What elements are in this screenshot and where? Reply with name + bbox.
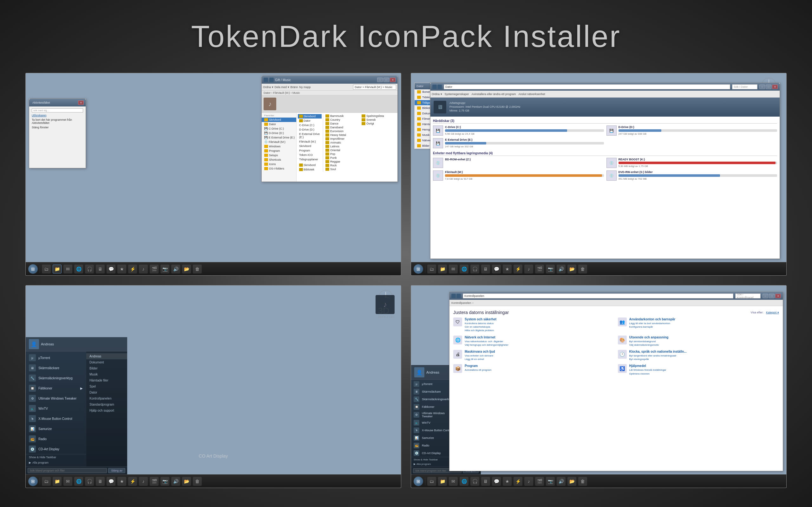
tb3-icon-9[interactable]: ⚡ bbox=[128, 477, 137, 486]
sys-address-2[interactable]: Dator bbox=[444, 84, 730, 89]
tb-icon-explorer[interactable]: 📁 bbox=[53, 265, 61, 274]
cat-hardware-name[interactable]: Maskinvara och ljud bbox=[465, 350, 615, 353]
tb3-icon-4[interactable]: 🌐 bbox=[74, 477, 83, 486]
tb2-icon-12[interactable]: 📷 bbox=[546, 265, 555, 274]
file-country[interactable]: Country bbox=[324, 118, 360, 122]
file-oriental[interactable]: Oriental bbox=[324, 148, 360, 152]
start-item-utorrent-3[interactable]: µ µTorrent bbox=[26, 353, 86, 363]
sidebar-os-folders[interactable]: OS-i-folders bbox=[262, 166, 296, 171]
cp-min-4[interactable]: ─ bbox=[763, 294, 768, 298]
start-item-screensaver-3[interactable]: 🖥 Skärmsläckare bbox=[26, 363, 86, 373]
address-bar-1[interactable]: Dator > FileVault (M:) > Music bbox=[353, 84, 396, 90]
cat-network-name[interactable]: Nätverk och Internet bbox=[465, 336, 615, 339]
nav-skrivbord2[interactable]: Skrivbord bbox=[298, 144, 322, 148]
sr-hamtade-3[interactable]: Hämtade filer bbox=[86, 377, 127, 383]
si-ssv-4[interactable]: 🔧 Skärmsläckningsverktyg bbox=[411, 395, 455, 403]
si-fi-4[interactable]: 🔲 Fältikoner ▶ bbox=[411, 403, 455, 411]
start-item-faltikoner-3[interactable]: 🔲 Fältikoner ▶ bbox=[26, 383, 86, 393]
show-hide-taskbar-3[interactable]: Show & Hide Taskbar bbox=[26, 454, 86, 460]
si-utorrent-4[interactable]: µ µTorrent bbox=[411, 380, 455, 388]
nav-item-utforskaren[interactable]: Utforskaren bbox=[31, 113, 84, 118]
cat-appearance-sub1[interactable]: Byt skrivbordsbakgrund bbox=[629, 340, 779, 343]
cat-system-sub2[interactable]: Gör en säkerhetskopia bbox=[465, 325, 615, 329]
tb4-icon-10[interactable]: ♪ bbox=[524, 477, 533, 486]
nav-token[interactable]: Token-ICO bbox=[298, 153, 322, 157]
nav-item-ta-bort[interactable]: Ta bort det här programmet från Aktivite… bbox=[31, 118, 84, 125]
tb3-icon-13[interactable]: 🔊 bbox=[171, 477, 180, 486]
cp-search-4[interactable]: Sök i Kontrollpanel bbox=[735, 293, 761, 298]
sidebar-setups[interactable]: Setups bbox=[262, 153, 296, 158]
tb2-icon-4[interactable]: 🌐 bbox=[460, 265, 468, 274]
shutdown-btn-3[interactable]: Stäng av bbox=[108, 468, 125, 473]
tb3-icon-7[interactable]: 💬 bbox=[107, 477, 115, 486]
sr-dator-3[interactable]: Dator bbox=[86, 389, 127, 395]
tb3-icon-6[interactable]: 🖥 bbox=[96, 477, 105, 486]
start-item-wintv-3[interactable]: 📺 WinTV bbox=[26, 403, 86, 413]
tb-icon-files[interactable]: 📂 bbox=[182, 265, 191, 274]
tb3-icon-2[interactable]: 📁 bbox=[53, 477, 61, 486]
start-item-radio-3[interactable]: 📻 Radio bbox=[26, 434, 86, 444]
sr-bilder-3[interactable]: Bilder bbox=[86, 365, 127, 372]
back-btn-2[interactable] bbox=[432, 84, 437, 89]
tb3-icon-3[interactable]: ✉ bbox=[63, 477, 72, 486]
cat-appearance-sub2[interactable]: Välj skärmsläckningsmotiv bbox=[629, 343, 779, 347]
nav-c-drive[interactable]: C-Drive (C:) bbox=[298, 123, 322, 127]
tb2-icon-14[interactable]: 📂 bbox=[567, 265, 576, 274]
tb4-icon-4[interactable]: 🌐 bbox=[460, 477, 468, 486]
sr-andreas-3[interactable]: Andreas bbox=[86, 353, 127, 359]
tb-icon-star[interactable]: ★ bbox=[117, 265, 126, 274]
cat-system-name[interactable]: System och säkerhet bbox=[465, 318, 615, 321]
tb4-icon-15[interactable]: 🗑 bbox=[578, 477, 587, 486]
sys-min-2[interactable]: ─ bbox=[759, 84, 765, 89]
nav-tidsgruppl[interactable]: Tidsgrupplaner bbox=[298, 157, 322, 162]
sr-dokument-3[interactable]: Dokument bbox=[86, 359, 127, 365]
nav-program2[interactable]: Program bbox=[298, 148, 322, 153]
tb4-icon-8[interactable]: ★ bbox=[503, 477, 512, 486]
cat-system-sub1[interactable]: Kontrollera datorns status bbox=[465, 322, 615, 325]
si-wintv-4[interactable]: 📺 WinTV bbox=[411, 419, 455, 427]
cat-system-sub3[interactable]: Hitta och åtgärda problem bbox=[465, 329, 615, 332]
sidebar-cdrive[interactable]: 💾 C-Drive (C:) bbox=[262, 126, 296, 131]
cat-appearance-name[interactable]: Utseende och anpassning bbox=[629, 336, 779, 339]
file-soul[interactable]: Soul bbox=[324, 167, 360, 171]
nav-filevault-m[interactable]: FileVault (M:) bbox=[298, 139, 322, 144]
file-latinos[interactable]: Latinos bbox=[324, 145, 360, 148]
alla-program-3[interactable]: ▶ Alla program bbox=[26, 460, 86, 465]
search-input-3[interactable] bbox=[28, 468, 107, 473]
tb-icon-vol[interactable]: 🔊 bbox=[171, 265, 180, 274]
cp-max-4[interactable]: □ bbox=[769, 294, 774, 298]
cat-programs-name[interactable]: Program bbox=[465, 364, 615, 368]
nav-item-stang[interactable]: Stäng fönster bbox=[31, 125, 84, 130]
cat-users-name[interactable]: Användarkonton och barnspår bbox=[629, 318, 779, 321]
si-ss-4[interactable]: 🖥 Skärmsläckare bbox=[411, 388, 455, 395]
cp-fwd-btn[interactable] bbox=[456, 294, 461, 298]
file-ovrigt[interactable]: Övrigt bbox=[361, 122, 396, 125]
sidebar-icons[interactable]: Icons bbox=[262, 162, 296, 166]
kategori-link[interactable]: Kategori ▾ bbox=[766, 311, 779, 314]
start-orb-1[interactable]: ⊞ bbox=[28, 264, 38, 274]
tb2-icon-1[interactable]: 🗂 bbox=[427, 265, 436, 274]
file-punk[interactable]: Punk bbox=[324, 156, 360, 160]
start-orb-3[interactable]: ⊞ bbox=[28, 476, 38, 486]
tb4-icon-7[interactable]: 💬 bbox=[492, 477, 501, 486]
tb4-icon-9[interactable]: ⚡ bbox=[513, 477, 522, 486]
cat-accessibility-name[interactable]: Hjälpmedel bbox=[629, 364, 779, 368]
file-animatic[interactable]: Animatic bbox=[324, 141, 360, 145]
tb4-icon-13[interactable]: 🔊 bbox=[557, 477, 565, 486]
nav-e-ext[interactable]: E External Drive (E:) bbox=[298, 132, 322, 139]
sys-max-2[interactable]: □ bbox=[766, 84, 771, 89]
tb2-icon-15[interactable]: 🗑 bbox=[578, 265, 587, 274]
tb-icon-headphone[interactable]: 🎧 bbox=[85, 265, 94, 274]
tb3-icon-1[interactable]: 🗂 bbox=[42, 477, 51, 486]
sr-spel-3[interactable]: Spel bbox=[86, 383, 127, 389]
show-hide-4[interactable]: Show & Hide Taskbar bbox=[411, 457, 455, 462]
nav-close-1[interactable]: ✕ bbox=[78, 101, 84, 105]
tb3-icon-14[interactable]: 📂 bbox=[182, 477, 191, 486]
sidebar-windows[interactable]: Windows bbox=[262, 144, 296, 149]
close-btn-1[interactable]: ✕ bbox=[390, 78, 396, 82]
tb-icon-folder[interactable]: 🗂 bbox=[42, 265, 51, 274]
sidebar-dator[interactable]: Dator bbox=[262, 122, 296, 126]
cat-network-sub2[interactable]: Välj hemgrupp och delningsmöjligheter bbox=[465, 343, 615, 347]
tb-icon-trash[interactable]: 🗑 bbox=[193, 265, 202, 274]
tb4-icon-11[interactable]: 🎬 bbox=[535, 477, 544, 486]
